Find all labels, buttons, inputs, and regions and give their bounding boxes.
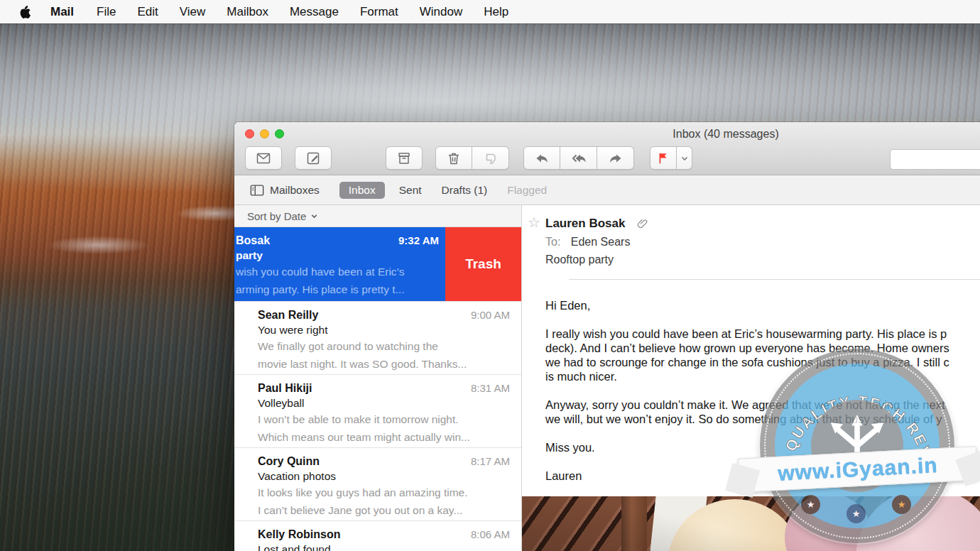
message-preview-line1: I won’t be able to make it tomorrow nigh… [258,411,510,427]
menu-item-edit[interactable]: Edit [126,5,168,19]
body-line: deck). And I can’t believe how grown up … [545,341,980,355]
flag-button[interactable] [650,146,677,170]
paperclip-icon [636,217,649,230]
swipe-trash-button[interactable]: Trash [445,227,521,301]
tab-inbox[interactable]: Inbox [339,182,385,199]
message-detail: ☆ Lauren Bosak To: Eden Sears Rooftop pa… [522,205,980,551]
to-value: Eden Sears [571,236,631,248]
apple-menu[interactable] [10,5,40,18]
compose-icon [305,150,322,167]
message-subject: You were right [258,324,510,337]
message-subject: party [236,249,439,262]
sender-name: Bosak [236,234,270,247]
forward-button[interactable] [597,146,634,170]
flag-menu-button[interactable] [677,146,692,170]
search-input[interactable] [890,149,980,170]
sender-name: Cory Quinn [258,455,320,468]
trash-icon [445,150,462,167]
envelope-icon [255,150,272,167]
message-time: 8:31 AM [471,382,510,394]
message-list: Sort by Date Bosak 9:32 AM party wish yo… [234,205,522,551]
forward-icon [607,150,624,167]
menu-item-message[interactable]: Message [279,5,349,19]
message-preview-line1: wish you could have been at Eric’s [236,263,439,280]
message-preview-line2: Which means our team might actually win.… [258,429,510,445]
tab-drafts[interactable]: Drafts (1) [442,184,488,197]
junk-thumbs-down-icon [482,150,499,167]
favorites-bar: Mailboxes Inbox Sent Drafts (1) Flagged [234,175,980,205]
menu-item-file[interactable]: File [86,5,126,19]
header-divider [569,279,980,280]
message-row[interactable]: Kelly Robinson 8:06 AM Lost and found [234,521,521,551]
message-preview-line2: I can’t believe Jane got you out on a ka… [258,502,510,518]
body-line: Anyway, sorry you couldn’t make it. We a… [545,398,980,412]
menu-item-format[interactable]: Format [349,5,409,19]
message-header: ☆ Lauren Bosak To: Eden Sears Rooftop pa… [522,205,980,280]
tab-sent[interactable]: Sent [399,184,422,197]
message-row[interactable]: Sean Reilly 9:00 AM You were right We fi… [234,302,521,375]
message-time: 8:06 AM [471,528,510,540]
message-time: 8:17 AM [471,455,510,467]
sender-name: Kelly Robinson [258,528,340,541]
reply-icon [533,150,550,167]
detail-subject: Rooftop party [545,253,980,266]
message-subject: Vacation photos [258,470,510,483]
photo-shade [522,496,980,551]
attachment-photo[interactable] [522,496,980,551]
message-row[interactable]: Cory Quinn 8:17 AM Vacation photos It lo… [234,448,521,521]
menu-bar: Mail File Edit View Mailbox Message Form… [0,0,980,23]
sidebar-panel-icon [250,184,264,197]
menu-item-mail[interactable]: Mail [40,5,86,19]
apple-icon [19,5,31,18]
window-title: Inbox (40 messages) [234,128,980,141]
body-greeting: Hi Eden, [545,298,980,312]
body-line: we had to scrounge for change in the sof… [545,355,980,369]
body-closing: Miss you. [545,440,980,454]
window-chrome: Inbox (40 messages) [234,122,980,175]
menu-item-view[interactable]: View [169,5,217,19]
message-row-swiped[interactable]: Bosak 9:32 AM party wish you could have … [234,227,521,302]
get-mail-button[interactable] [245,146,282,170]
message-time: 9:32 AM [398,234,439,246]
menu-item-window[interactable]: Window [409,5,473,19]
sort-bar[interactable]: Sort by Date [234,205,521,227]
tab-flagged[interactable]: Flagged [507,184,547,197]
body-line: is much nicer. [545,369,980,383]
reply-all-button[interactable] [560,146,597,170]
body-line: I really wish you could have been at Eri… [545,327,980,341]
body-signature: Lauren [545,469,980,483]
mailboxes-label: Mailboxes [270,184,320,197]
star-icon[interactable]: ☆ [528,214,540,231]
flag-icon [655,151,671,166]
archive-button[interactable] [386,146,423,170]
junk-button[interactable] [472,146,509,170]
sender-name: Sean Reilly [258,309,318,322]
archive-icon [396,150,413,167]
menu-item-help[interactable]: Help [473,5,519,19]
reply-button[interactable] [523,146,560,170]
mailboxes-button[interactable]: Mailboxes [250,184,320,197]
delete-button[interactable] [435,146,472,170]
message-row[interactable]: Paul Hikiji 8:31 AM Volleyball I won’t b… [234,375,521,448]
to-label: To: [545,236,560,248]
sort-label: Sort by Date [247,210,306,222]
message-subject: Volleyball [258,397,510,410]
detail-sender: Lauren Bosak [545,217,625,231]
mail-window: Inbox (40 messages) [234,122,980,551]
body-line: we will, but we won’t enjoy it. So do so… [545,412,980,426]
message-preview-line1: It looks like you guys had an amazing ti… [258,484,510,501]
message-preview-line2: movie last night. It was SO good. Thanks… [258,356,510,372]
message-body: Hi Eden, I really wish you could have be… [545,298,980,483]
menu-item-mailbox[interactable]: Mailbox [216,5,279,19]
sender-name: Paul Hikiji [258,382,312,395]
message-time: 9:00 AM [471,309,510,321]
swiped-row-content[interactable]: Bosak 9:32 AM party wish you could have … [234,227,446,301]
title-bar[interactable]: Inbox (40 messages) [234,122,980,146]
toolbar [234,146,980,175]
reply-all-icon [570,150,587,167]
chevron-down-icon [310,212,318,220]
chevron-down-icon [680,154,689,163]
message-preview-line1: We finally got around to watching the [258,338,510,354]
compose-button[interactable] [295,146,332,170]
message-subject: Lost and found [258,543,510,551]
